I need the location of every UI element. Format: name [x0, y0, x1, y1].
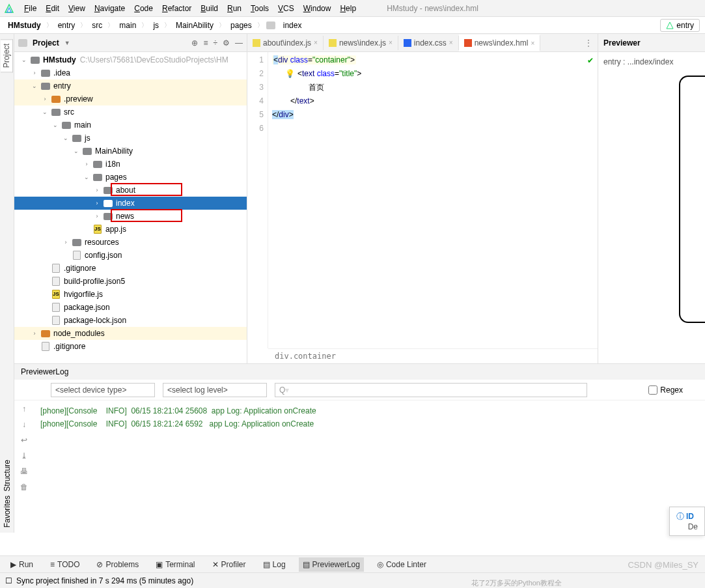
editor-breadcrumb[interactable]: div.container [268, 348, 598, 363]
intention-bulb-icon[interactable]: 💡 [285, 69, 295, 78]
tree-node-config-json[interactable]: config.json [14, 249, 247, 262]
line-number[interactable]: 6 [247, 122, 264, 135]
menu-build[interactable]: Build [196, 2, 223, 15]
menu-edit[interactable]: Edit [41, 2, 64, 15]
tree-chevron-icon[interactable]: › [31, 330, 38, 337]
tree-chevron-icon[interactable]: › [94, 200, 100, 206]
editor-tab[interactable]: about\index.js× [247, 36, 324, 50]
crumb-entry[interactable]: entry [55, 20, 78, 31]
menu-view[interactable]: View [64, 2, 90, 15]
crumb-pages[interactable]: pages [228, 20, 255, 31]
crumb-index[interactable]: index [281, 20, 305, 31]
code-content[interactable]: <div class="container"> 💡<text class="ti… [268, 52, 365, 348]
log-output[interactable]: [phone][Console INFO] 06/15 18:21:04 256… [34, 400, 705, 550]
tree-chevron-icon[interactable]: › [42, 96, 48, 102]
scroll-up-icon[interactable]: ↑ [22, 404, 26, 413]
bottom-tab-profiler[interactable]: ✕Profiler [208, 557, 250, 572]
bottom-tab-run[interactable]: ▶Run [7, 557, 37, 572]
editor-tab[interactable]: news\index.hml× [459, 35, 541, 51]
menu-file[interactable]: File [20, 2, 41, 15]
rail-tab-project[interactable]: Project [1, 39, 13, 72]
hide-icon[interactable]: — [235, 38, 243, 48]
tree-chevron-icon[interactable]: ⌄ [73, 148, 79, 154]
bottom-tab-previewerlog[interactable]: ▤PreviewerLog [299, 557, 364, 572]
tree-node--gitignore[interactable]: .gitignore [14, 340, 247, 353]
log-level-select[interactable]: <select log level> [163, 383, 267, 397]
crumb-main[interactable]: main [117, 20, 139, 31]
menu-navigate[interactable]: Navigate [90, 2, 130, 15]
editor-tab[interactable]: index.css× [398, 36, 459, 50]
tree-node-resources[interactable]: ›resources [14, 236, 247, 249]
line-number[interactable]: 1 [247, 53, 264, 67]
tree-node-node-modules[interactable]: ›node_modules [14, 327, 247, 340]
bottom-tab-terminal[interactable]: ▣Terminal [152, 557, 199, 572]
bottom-tab-problems[interactable]: ⊘Problems [92, 557, 143, 572]
tree-node-news[interactable]: ›news [14, 210, 247, 223]
bottom-tab-todo[interactable]: ≡TODO [46, 557, 83, 572]
tree-chevron-icon[interactable]: ⌄ [31, 83, 38, 89]
device-type-select[interactable]: <select device type> [51, 383, 155, 397]
tree-node--gitignore[interactable]: .gitignore [14, 262, 247, 275]
tree-node-app-js[interactable]: JSapp.js [14, 223, 247, 236]
menu-help[interactable]: Help [335, 2, 361, 15]
crumb-src[interactable]: src [89, 20, 105, 31]
close-icon[interactable]: × [389, 39, 393, 46]
tree-chevron-icon[interactable]: › [31, 70, 38, 76]
tree-node-hmstudy[interactable]: ⌄HMstudyC:\Users\75681\DevEcoStudioProje… [14, 53, 247, 66]
tree-node-package-lock-json[interactable]: package-lock.json [14, 314, 247, 327]
crumb-hmstudy[interactable]: HMstudy [5, 20, 44, 31]
tree-chevron-icon[interactable]: › [62, 239, 69, 245]
tree-node-i18n[interactable]: ›i18n [14, 158, 247, 171]
tree-node-index[interactable]: ›index [14, 197, 247, 210]
menu-window[interactable]: Window [299, 2, 336, 15]
print-icon[interactable]: 🖶 [20, 467, 28, 476]
tree-chevron-icon[interactable]: › [83, 161, 90, 167]
tree-node-entry[interactable]: ⌄entry [14, 79, 247, 92]
gear-icon[interactable]: ⚙ [223, 38, 230, 48]
tab-overflow-icon[interactable]: ⋮ [579, 38, 598, 48]
crumb-mainability[interactable]: MainAbility [173, 20, 216, 31]
menu-vcs[interactable]: VCS [273, 2, 299, 15]
rail-tab-structure[interactable]: Structure [3, 460, 12, 492]
tree-node-pages[interactable]: ⌄pages [14, 171, 247, 184]
tree-node--idea[interactable]: ›.idea [14, 66, 247, 79]
menu-run[interactable]: Run [223, 2, 246, 15]
line-number[interactable]: 4 [247, 94, 264, 108]
tree-chevron-icon[interactable]: › [94, 213, 100, 219]
line-number[interactable]: 3 [247, 81, 264, 94]
bottom-tab-log[interactable]: ▤Log [259, 557, 290, 572]
soft-wrap-icon[interactable]: ↩ [21, 436, 27, 445]
editor-body[interactable]: 123456 <div class="container"> 💡<text cl… [247, 52, 598, 348]
project-tree[interactable]: ⌄HMstudyC:\Users\75681\DevEcoStudioProje… [14, 52, 247, 363]
expand-icon[interactable]: ≡ [203, 38, 208, 48]
project-view-label[interactable]: Project [33, 38, 59, 48]
inspection-ok-icon[interactable]: ✔ [587, 56, 594, 65]
scroll-end-icon[interactable]: ⤓ [21, 451, 27, 460]
rail-tab-favorites[interactable]: Favorites [3, 496, 12, 527]
line-number[interactable]: 2 [247, 67, 264, 81]
editor-tab[interactable]: news\index.js× [324, 36, 398, 50]
crumb-js[interactable]: js [150, 20, 161, 31]
log-search-input[interactable]: Q▾ [275, 383, 587, 397]
tree-node--preview[interactable]: ›.preview [14, 92, 247, 105]
tree-chevron-icon[interactable]: ⌄ [52, 122, 59, 128]
tree-node-mainability[interactable]: ⌄MainAbility [14, 145, 247, 158]
run-config-selector[interactable]: entry [660, 19, 700, 32]
tree-node-hvigorfile-js[interactable]: JShvigorfile.js [14, 288, 247, 301]
locate-icon[interactable]: ⊕ [191, 38, 198, 48]
close-icon[interactable]: × [314, 39, 318, 46]
menu-code[interactable]: Code [130, 2, 158, 15]
menu-tools[interactable]: Tools [246, 2, 273, 15]
tree-node-about[interactable]: ›about [14, 184, 247, 197]
tree-node-js[interactable]: ⌄js [14, 132, 247, 145]
bottom-tab-codelinter[interactable]: ◎Code Linter [373, 557, 430, 572]
tree-node-src[interactable]: ⌄src [14, 105, 247, 119]
menu-refactor[interactable]: Refactor [158, 2, 196, 15]
tree-chevron-icon[interactable]: › [94, 187, 100, 193]
tree-chevron-icon[interactable]: ⌄ [42, 109, 48, 115]
tree-node-main[interactable]: ⌄main [14, 119, 247, 132]
tree-chevron-icon[interactable]: ⌄ [62, 135, 69, 141]
ide-notification[interactable]: ⓘ ID De [669, 507, 705, 536]
tree-node-build-profile-json5[interactable]: build-profile.json5 [14, 275, 247, 288]
chevron-down-icon[interactable]: ▼ [64, 40, 70, 46]
